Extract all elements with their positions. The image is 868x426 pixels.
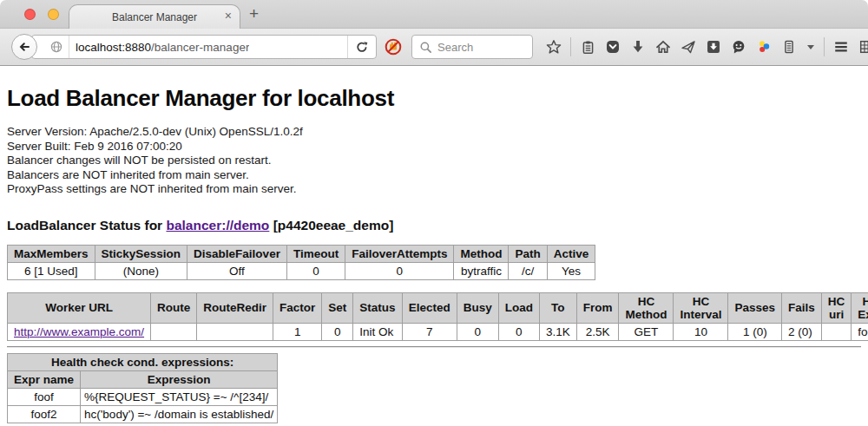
overflow-caret-button[interactable]	[806, 38, 816, 56]
method-cell: bytraffic	[454, 262, 509, 279]
menu-button[interactable]	[832, 38, 850, 56]
server-version-line: Server Version: Apache/2.5.0-dev (Unix) …	[7, 125, 861, 140]
failoverattempts-cell: 0	[345, 262, 454, 279]
home-button[interactable]	[654, 38, 672, 56]
hc-method-cell: GET	[619, 323, 674, 340]
extension-download-icon	[706, 39, 721, 55]
column-header: DisableFailover	[187, 245, 287, 262]
search-input[interactable]: Search	[411, 35, 533, 59]
expr-name-cell: foof2	[8, 405, 81, 423]
browser-tab[interactable]: Balancer Manager ×	[69, 4, 240, 29]
toolbar-divider	[570, 37, 571, 56]
set-cell: 0	[322, 323, 353, 340]
page-tiles-icon	[858, 39, 868, 55]
table-header-row: MaxMembers StickySession DisableFailover…	[8, 245, 595, 262]
chat-smiley-icon	[731, 39, 746, 55]
table-row: 6 [1 Used] (None) Off 0 0 bytraffic /c/ …	[8, 262, 595, 279]
clipboard-icon	[581, 40, 595, 55]
column-header: Expr name	[8, 370, 81, 388]
factor-cell: 1	[273, 323, 322, 340]
reading-list-button[interactable]	[579, 38, 596, 56]
downloads-button[interactable]	[629, 38, 647, 56]
expression-cell: hc('body') =~ /domain is established/	[81, 405, 278, 423]
battery-extension-icon	[781, 39, 797, 55]
column-header: FailoverAttempts	[345, 245, 454, 262]
back-icon	[17, 40, 31, 54]
feedback-button[interactable]	[730, 38, 747, 56]
worker-url-link[interactable]: http://www.example.com/	[14, 325, 144, 338]
pocket-button[interactable]	[604, 38, 621, 56]
search-icon	[419, 41, 432, 54]
loadbalancer-status-heading: LoadBalancer Status for balancer://demo …	[7, 218, 861, 233]
new-tab-button[interactable]: +	[249, 5, 259, 22]
column-header: Active	[547, 245, 595, 262]
server-info: Server Version: Apache/2.5.0-dev (Unix) …	[7, 125, 861, 197]
status-heading-suffix: [p4420eeae_demo]	[269, 218, 393, 233]
column-header: Timeout	[286, 245, 345, 262]
tab-close-icon[interactable]: ×	[225, 10, 232, 22]
column-header: Set	[322, 292, 353, 323]
colored-dots-extension-button[interactable]	[755, 38, 773, 56]
worker-status-table: Worker URL Route RouteRedir Factor Set S…	[7, 292, 868, 341]
path-cell: /c/	[509, 262, 547, 279]
browser-window: Balancer Manager × + localhost:8880/bala…	[0, 0, 868, 426]
balancer-demo-link[interactable]: balancer://demo	[166, 218, 269, 233]
globe-icon	[49, 40, 63, 54]
column-header: Status	[353, 292, 402, 323]
column-header: Path	[509, 245, 547, 262]
window-close-button[interactable]	[24, 9, 36, 20]
hc-interval-cell: 10	[674, 323, 728, 340]
hc-uri-cell	[821, 323, 852, 340]
fails-cell: 2 (0)	[782, 323, 822, 340]
reload-button[interactable]	[347, 36, 376, 58]
column-header: Expression	[81, 370, 278, 388]
bookmark-star-icon	[546, 39, 562, 55]
column-header: HC Interval	[674, 292, 728, 323]
blocked-plugin-button[interactable]	[384, 37, 403, 56]
disablefailover-cell: Off	[187, 262, 287, 279]
column-header: Fails	[782, 292, 822, 323]
caret-down-icon	[807, 45, 814, 49]
column-header: HC uri	[821, 292, 852, 323]
toolbar-divider	[824, 37, 825, 56]
send-plane-icon	[681, 39, 696, 55]
to-cell: 3.1K	[539, 323, 576, 340]
toolbar-icon-row	[545, 29, 868, 65]
inherit-note-line: Balancers are NOT inherited from main se…	[7, 168, 861, 183]
worker-row: http://www.example.com/ 1 0 Init Ok 7 0 …	[8, 323, 868, 340]
column-header: From	[576, 292, 619, 323]
battery-extension-button[interactable]	[780, 38, 798, 56]
site-identity-button[interactable]	[43, 36, 69, 58]
download-icon	[630, 39, 646, 55]
stickysession-cell: (None)	[95, 262, 187, 279]
bookmark-star-button[interactable]	[545, 38, 562, 56]
home-icon	[655, 39, 671, 55]
health-table-title: Health check cond. expressions:	[8, 353, 278, 370]
column-header: HC Expr	[852, 292, 868, 323]
tab-title: Balancer Manager	[112, 11, 197, 23]
worker-url-cell: http://www.example.com/	[8, 323, 151, 340]
page-title: Load Balancer Manager for localhost	[7, 85, 861, 112]
balancer-settings-table: MaxMembers StickySession DisableFailover…	[7, 245, 595, 280]
column-header: Busy	[457, 292, 498, 323]
menu-hamburger-icon	[833, 39, 849, 55]
back-button[interactable]	[11, 34, 37, 60]
video-download-button[interactable]	[705, 38, 722, 56]
column-header: StickySession	[95, 245, 187, 262]
colored-dots-icon	[756, 39, 772, 55]
column-header: Elected	[402, 292, 457, 323]
page-content: Load Balancer Manager for localhost Serv…	[0, 66, 868, 426]
page-tiles-button[interactable]	[858, 38, 868, 56]
elected-cell: 7	[402, 323, 457, 340]
column-header: MaxMembers	[8, 245, 95, 262]
window-minimize-button[interactable]	[48, 9, 59, 20]
active-cell: Yes	[547, 262, 595, 279]
column-header: Worker URL	[8, 292, 151, 323]
table-row: foof2 hc('body') =~ /domain is establish…	[8, 405, 278, 423]
hc-expr-cell: foof2	[852, 323, 868, 340]
send-tab-button[interactable]	[680, 38, 697, 56]
url-bar[interactable]: localhost:8880/balancer-manager	[31, 35, 377, 59]
server-built-line: Server Built: Feb 9 2016 07:00:20	[7, 140, 861, 154]
section-divider	[7, 346, 861, 348]
navigation-toolbar: localhost:8880/balancer-manager Search	[0, 29, 868, 66]
